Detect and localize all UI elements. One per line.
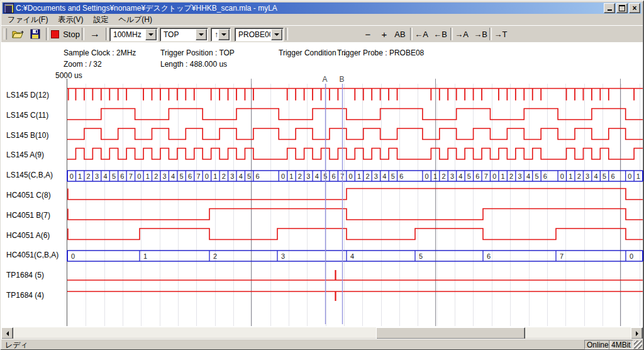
scroll-right-button[interactable] bbox=[631, 327, 643, 339]
trigger-position-info: Trigger Position : TOP bbox=[160, 48, 235, 57]
dropdown-button[interactable] bbox=[271, 29, 282, 40]
toolbar-separator bbox=[106, 28, 108, 40]
trigger-probe-value: PROBE00 bbox=[235, 30, 270, 39]
channel-label: LS145 A(9) bbox=[6, 150, 67, 160]
sample-clock-combo[interactable]: 100MHz bbox=[109, 28, 158, 42]
chevron-down-icon bbox=[148, 33, 153, 36]
dropdown-button[interactable] bbox=[145, 29, 157, 40]
chevron-down-icon bbox=[274, 33, 279, 36]
waveform-client-area[interactable] bbox=[1, 42, 643, 327]
title-bar[interactable]: C:¥Documents and Settings¥noname¥デスクトップ¥… bbox=[3, 3, 641, 14]
minimize-button[interactable] bbox=[604, 3, 615, 13]
toolbar-separator bbox=[410, 28, 413, 40]
stop-icon bbox=[51, 30, 59, 38]
sample-clock-info: Sample Clock : 2MHz bbox=[64, 48, 136, 57]
chevron-down-icon bbox=[221, 33, 226, 36]
goto-a-left-button[interactable]: ←A bbox=[413, 27, 430, 41]
toolbar: Stop → 100MHz TOP ↑ PROBE00 − + AB ←A ←B bbox=[1, 25, 643, 43]
menu-settings[interactable]: 設定 bbox=[88, 14, 113, 26]
resize-grip[interactable] bbox=[634, 341, 642, 349]
app-window: C:¥Documents and Settings¥noname¥デスクトップ¥… bbox=[0, 0, 644, 350]
sample-clock-value: 100MHz bbox=[110, 30, 145, 39]
dropdown-button[interactable] bbox=[196, 29, 207, 40]
channel-label: HC4051 A(6) bbox=[6, 231, 67, 240]
maximize-icon bbox=[619, 5, 625, 11]
open-folder-icon bbox=[12, 30, 25, 39]
app-icon bbox=[4, 3, 14, 13]
run-button[interactable]: → bbox=[86, 27, 104, 41]
dropdown-button[interactable] bbox=[218, 29, 230, 40]
toolbar-separator bbox=[286, 28, 288, 40]
arrow-right-icon bbox=[636, 331, 638, 336]
menu-file[interactable]: ファイル(F) bbox=[3, 14, 53, 26]
channel-label: HC4051 C(8) bbox=[6, 191, 67, 200]
goto-b-left-button[interactable]: ←B bbox=[432, 27, 448, 41]
trigger-probe-info: Trigger Probe : PROBE08 bbox=[337, 48, 424, 57]
trigger-edge-value: ↑ bbox=[211, 30, 218, 39]
status-memory-badge: 4MBit bbox=[609, 340, 633, 349]
zoom-in-button[interactable]: + bbox=[377, 27, 391, 41]
channel-label: LS145(C,B,A) bbox=[6, 171, 67, 180]
save-floppy-icon bbox=[30, 29, 40, 39]
status-bar: レディ Online 4MBit bbox=[1, 339, 643, 349]
toolbar-separator bbox=[46, 28, 48, 40]
arrow-left-icon bbox=[6, 331, 9, 336]
trigger-probe-combo[interactable]: PROBE00 bbox=[235, 28, 284, 42]
trigger-position-combo[interactable]: TOP bbox=[160, 28, 208, 42]
menu-help[interactable]: ヘルプ(H) bbox=[113, 14, 157, 26]
channel-label: LS145 B(10) bbox=[6, 131, 67, 140]
zoom-info: Zoom : / 32 bbox=[64, 60, 102, 69]
channel-label: HC4051 B(7) bbox=[6, 211, 67, 220]
stop-button[interactable]: Stop bbox=[50, 27, 80, 41]
zoom-ab-button[interactable]: AB bbox=[392, 27, 408, 41]
channel-label: HC4051(C,B,A) bbox=[6, 251, 67, 260]
maximize-button[interactable] bbox=[616, 3, 628, 13]
trigger-condition-info: Trigger Condition : ↓ bbox=[279, 48, 347, 57]
toolbar-grip[interactable] bbox=[4, 28, 7, 40]
length-info: Length : 488.000 us bbox=[160, 60, 227, 69]
channel-label: LS145 D(12) bbox=[6, 91, 67, 100]
scrollbar-thumb[interactable] bbox=[376, 327, 525, 339]
close-button[interactable]: × bbox=[629, 3, 640, 13]
status-ready-text: レディ bbox=[5, 340, 28, 350]
goto-b-right-button[interactable]: →B bbox=[472, 27, 489, 41]
status-online-badge: Online bbox=[584, 340, 611, 349]
trigger-edge-combo[interactable]: ↑ bbox=[211, 28, 231, 42]
toolbar-separator bbox=[82, 28, 84, 40]
open-file-button[interactable] bbox=[10, 27, 26, 41]
trigger-position-value: TOP bbox=[160, 30, 195, 39]
goto-trigger-button[interactable]: →T bbox=[492, 27, 509, 41]
chevron-down-icon bbox=[199, 33, 204, 36]
channel-label: TP1684 (4) bbox=[6, 291, 67, 300]
window-title: C:¥Documents and Settings¥noname¥デスクトップ¥… bbox=[16, 3, 604, 14]
menu-bar: ファイル(F) 表示(V) 設定 ヘルプ(H) bbox=[3, 14, 641, 25]
close-icon: × bbox=[632, 5, 636, 11]
ruler-time-label: 5000 us bbox=[55, 71, 82, 80]
stop-label: Stop bbox=[63, 30, 80, 39]
menu-view[interactable]: 表示(V) bbox=[53, 14, 88, 26]
save-button[interactable] bbox=[28, 27, 43, 41]
zoom-out-button[interactable]: − bbox=[361, 27, 375, 41]
toolbar-separator bbox=[450, 28, 453, 40]
channel-label: TP1684 (5) bbox=[6, 271, 67, 280]
minimize-icon bbox=[608, 4, 612, 11]
horizontal-scrollbar[interactable] bbox=[1, 327, 643, 338]
toolbar-separator bbox=[489, 28, 492, 40]
channel-label: LS145 C(11) bbox=[6, 111, 67, 120]
scroll-left-button[interactable] bbox=[1, 327, 13, 339]
goto-a-right-button[interactable]: →A bbox=[453, 27, 470, 41]
